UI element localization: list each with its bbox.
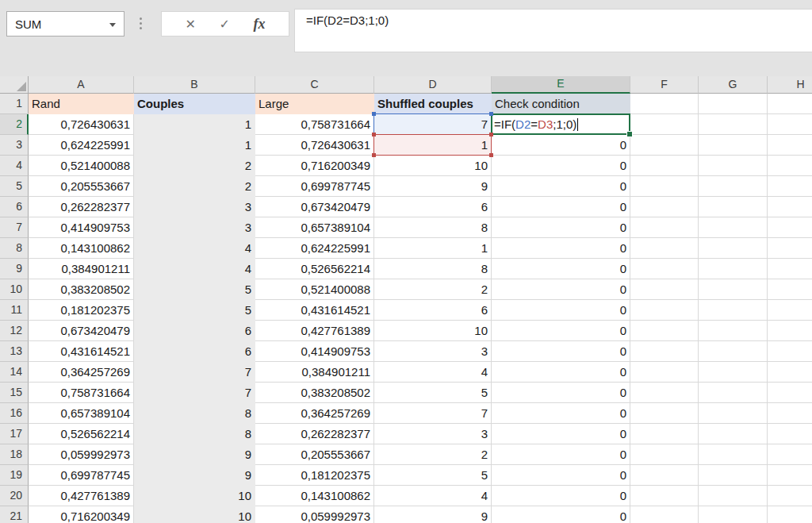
cell-A14[interactable]: 0,364257269	[29, 362, 134, 383]
cell-H20[interactable]	[768, 486, 812, 506]
cell-A20[interactable]: 0,427761389	[29, 486, 134, 506]
cell-H10[interactable]	[768, 279, 812, 300]
cell-H8[interactable]	[768, 238, 812, 259]
cell-A3[interactable]: 0,624225991	[29, 135, 134, 156]
cell-A16[interactable]: 0,657389104	[29, 403, 134, 424]
cell-H9[interactable]	[768, 259, 812, 279]
cell-E2[interactable]: =IF(D2=D3;1;0)	[492, 114, 630, 135]
cell-H4[interactable]	[768, 156, 812, 176]
cell-F18[interactable]	[630, 444, 699, 465]
cell-E21[interactable]: 0	[492, 506, 630, 523]
column-header-C[interactable]: C	[255, 76, 374, 94]
cell-H13[interactable]	[768, 341, 812, 362]
cell-B21[interactable]: 10	[134, 506, 255, 523]
cell-C19[interactable]: 0,181202375	[255, 465, 374, 486]
row-header-15[interactable]: 15	[0, 383, 29, 403]
cell-G17[interactable]	[699, 424, 768, 444]
cell-B14[interactable]: 7	[134, 362, 255, 383]
cell-B16[interactable]: 8	[134, 403, 255, 424]
cell-D7[interactable]: 8	[374, 217, 492, 238]
cell-G1[interactable]	[699, 94, 768, 114]
cell-B8[interactable]: 4	[134, 238, 255, 259]
cell-F9[interactable]	[630, 259, 699, 279]
row-header-11[interactable]: 11	[0, 300, 29, 321]
cell-A4[interactable]: 0,521400088	[29, 156, 134, 176]
cell-C15[interactable]: 0,383208502	[255, 383, 374, 403]
row-header-20[interactable]: 20	[0, 486, 29, 506]
cell-D15[interactable]: 5	[374, 383, 492, 403]
cell-E15[interactable]: 0	[492, 383, 630, 403]
cell-C12[interactable]: 0,427761389	[255, 321, 374, 341]
cell-D1[interactable]: Shuffled couples	[374, 94, 492, 114]
cell-E19[interactable]: 0	[492, 465, 630, 486]
cell-C9[interactable]: 0,526562214	[255, 259, 374, 279]
row-header-4[interactable]: 4	[0, 156, 29, 176]
cell-D19[interactable]: 5	[374, 465, 492, 486]
cell-A2[interactable]: 0,726430631	[29, 114, 134, 135]
cell-G2[interactable]	[699, 114, 768, 135]
row-header-2[interactable]: 2	[0, 114, 29, 135]
cell-H21[interactable]	[768, 506, 812, 523]
cell-F6[interactable]	[630, 197, 699, 217]
cell-C13[interactable]: 0,414909753	[255, 341, 374, 362]
cell-H2[interactable]	[768, 114, 812, 135]
cell-C10[interactable]: 0,521400088	[255, 279, 374, 300]
cell-G11[interactable]	[699, 300, 768, 321]
row-header-9[interactable]: 9	[0, 259, 29, 279]
column-header-A[interactable]: A	[29, 76, 134, 94]
cell-E4[interactable]: 0	[492, 156, 630, 176]
cell-G18[interactable]	[699, 444, 768, 465]
cell-G8[interactable]	[699, 238, 768, 259]
column-header-D[interactable]: D	[374, 76, 492, 94]
cell-F16[interactable]	[630, 403, 699, 424]
row-header-16[interactable]: 16	[0, 403, 29, 424]
cell-D21[interactable]: 9	[374, 506, 492, 523]
cell-E12[interactable]: 0	[492, 321, 630, 341]
cell-B20[interactable]: 10	[134, 486, 255, 506]
cell-F15[interactable]	[630, 383, 699, 403]
cell-G10[interactable]	[699, 279, 768, 300]
cell-A5[interactable]: 0,205553667	[29, 176, 134, 197]
cell-F11[interactable]	[630, 300, 699, 321]
cell-D14[interactable]: 4	[374, 362, 492, 383]
cell-G20[interactable]	[699, 486, 768, 506]
cell-G5[interactable]	[699, 176, 768, 197]
cell-E10[interactable]: 0	[492, 279, 630, 300]
cell-D6[interactable]: 6	[374, 197, 492, 217]
cell-E11[interactable]: 0	[492, 300, 630, 321]
cancel-icon[interactable]: ✕	[186, 17, 196, 32]
cell-D10[interactable]: 2	[374, 279, 492, 300]
cell-B6[interactable]: 3	[134, 197, 255, 217]
cell-H7[interactable]	[768, 217, 812, 238]
cell-A7[interactable]: 0,414909753	[29, 217, 134, 238]
cell-B7[interactable]: 3	[134, 217, 255, 238]
cell-A6[interactable]: 0,262282377	[29, 197, 134, 217]
cell-H12[interactable]	[768, 321, 812, 341]
cell-E20[interactable]: 0	[492, 486, 630, 506]
cell-D4[interactable]: 10	[374, 156, 492, 176]
cell-H11[interactable]	[768, 300, 812, 321]
cell-D9[interactable]: 8	[374, 259, 492, 279]
cell-A8[interactable]: 0,143100862	[29, 238, 134, 259]
cell-B5[interactable]: 2	[134, 176, 255, 197]
cell-B4[interactable]: 2	[134, 156, 255, 176]
cell-B17[interactable]: 8	[134, 424, 255, 444]
row-header-7[interactable]: 7	[0, 217, 29, 238]
cell-D5[interactable]: 9	[374, 176, 492, 197]
cell-A18[interactable]: 0,059992973	[29, 444, 134, 465]
row-header-18[interactable]: 18	[0, 444, 29, 465]
column-header-F[interactable]: F	[630, 76, 699, 94]
cell-A21[interactable]: 0,716200349	[29, 506, 134, 523]
row-header-6[interactable]: 6	[0, 197, 29, 217]
column-header-E[interactable]: E	[492, 76, 630, 94]
cell-A13[interactable]: 0,431614521	[29, 341, 134, 362]
cell-C5[interactable]: 0,699787745	[255, 176, 374, 197]
row-header-10[interactable]: 10	[0, 279, 29, 300]
row-header-13[interactable]: 13	[0, 341, 29, 362]
cell-G3[interactable]	[699, 135, 768, 156]
row-header-21[interactable]: 21	[0, 506, 29, 523]
cell-D2[interactable]: 7	[374, 114, 492, 135]
cell-G16[interactable]	[699, 403, 768, 424]
cell-H15[interactable]	[768, 383, 812, 403]
column-header-B[interactable]: B	[134, 76, 255, 94]
